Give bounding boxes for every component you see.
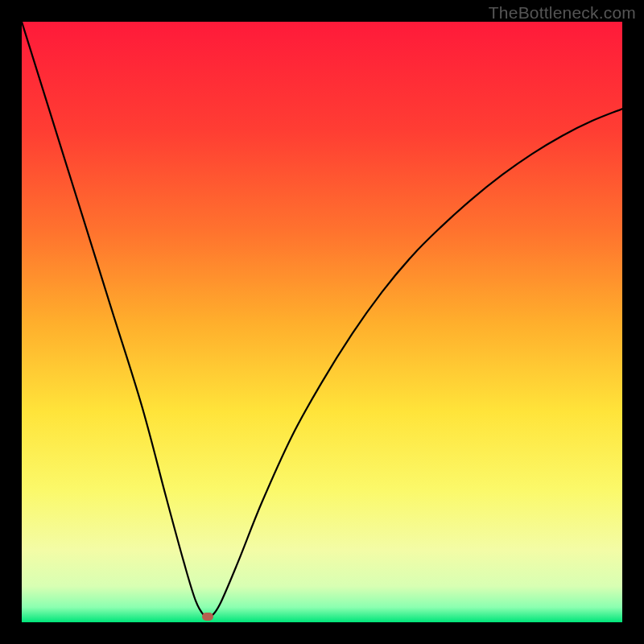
watermark-text: TheBottleneck.com: [489, 3, 636, 23]
plot-area: [22, 22, 622, 622]
chart-frame: TheBottleneck.com: [0, 0, 644, 644]
bottleneck-curve: [22, 22, 622, 622]
optimal-point-marker: [202, 613, 213, 621]
